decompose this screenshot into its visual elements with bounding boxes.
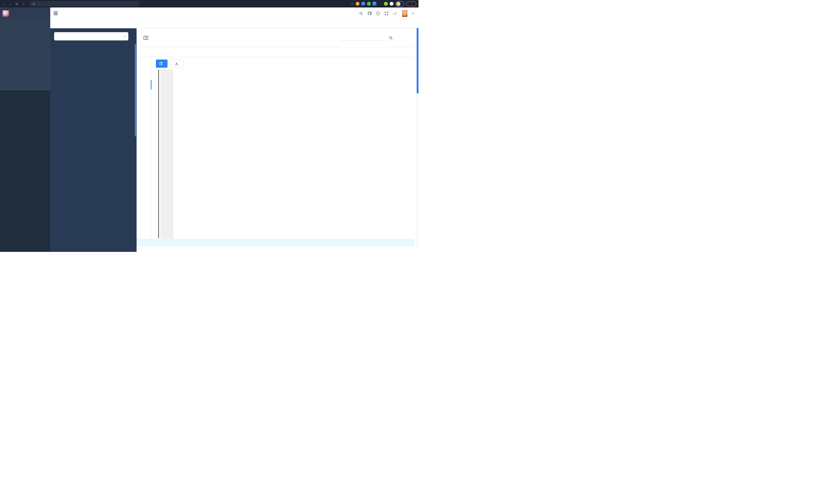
github-icon[interactable]	[368, 11, 372, 16]
svg-text:T: T	[395, 12, 397, 15]
app-logo	[3, 10, 9, 17]
editor-left-scrollbar[interactable]	[158, 70, 159, 238]
home-icon[interactable]: ⌂	[20, 2, 27, 6]
doc-toolbar	[151, 57, 414, 70]
scrollbar-thumb[interactable]	[417, 28, 418, 93]
profile-paused-button[interactable]	[395, 1, 404, 7]
font-size-icon[interactable]: TT	[393, 12, 398, 16]
extension-icon[interactable]	[390, 2, 393, 6]
browser-menu-icon[interactable]: ⋮	[410, 2, 414, 6]
doc-header	[137, 28, 416, 48]
fullscreen-icon[interactable]	[385, 11, 389, 16]
download-icon	[175, 62, 178, 65]
app-logo-header[interactable]	[0, 7, 50, 19]
admin-sidebar	[0, 7, 50, 252]
extension-icon[interactable]	[378, 2, 382, 6]
sidebar-scrollbar[interactable]	[135, 44, 136, 136]
line-number-gutter	[160, 70, 173, 239]
address-bar[interactable]: ⚠ |	[29, 1, 140, 6]
menu-fold-icon[interactable]	[143, 36, 148, 40]
extension-icon[interactable]	[367, 2, 371, 6]
screen: ← → ↻ ⌂ ⚠ | ☆ ⋮	[0, 0, 418, 252]
tags-view	[50, 19, 418, 28]
forward-icon[interactable]: →	[7, 2, 13, 6]
profile-avatar	[396, 2, 400, 6]
doc-search-icon[interactable]	[389, 36, 393, 40]
update-button[interactable]: ⋮	[406, 1, 416, 6]
copy-button[interactable]	[156, 59, 167, 68]
svg-text:T: T	[393, 13, 394, 15]
api-doc-sidebar	[50, 28, 137, 252]
browser-toolbar: ← → ↻ ⌂ ⚠ | ☆ ⋮	[0, 0, 418, 7]
user-avatar[interactable]	[402, 10, 407, 17]
extension-icon[interactable]	[361, 2, 365, 6]
copy-icon	[160, 62, 162, 65]
doc-tabs	[137, 48, 414, 57]
chevron-down-icon	[123, 35, 126, 37]
footer	[137, 239, 414, 246]
app-header: ? TT	[50, 7, 418, 19]
sidebar-collapse-icon[interactable]	[54, 12, 58, 15]
warning-icon: ⚠	[33, 2, 35, 5]
extension-icon[interactable]	[356, 2, 359, 6]
extension-icon[interactable]	[373, 2, 376, 6]
reload-icon[interactable]: ↻	[13, 2, 20, 6]
api-doc-main	[137, 28, 416, 252]
code-editor[interactable]	[151, 70, 414, 239]
extension-icon[interactable]	[384, 2, 388, 6]
code-content	[174, 70, 414, 239]
address-separator: |	[39, 2, 39, 6]
download-button[interactable]	[172, 59, 183, 68]
search-icon[interactable]	[359, 12, 363, 16]
doc-mini-sidebar	[137, 57, 151, 239]
back-icon[interactable]: ←	[0, 2, 7, 6]
group-select[interactable]	[54, 32, 128, 40]
doc-search-input[interactable]	[341, 35, 386, 41]
help-icon[interactable]: ?	[376, 11, 380, 16]
bookmark-star-icon[interactable]: ☆	[351, 2, 354, 6]
svg-text:?: ?	[377, 12, 379, 15]
caret-down-icon[interactable]	[412, 13, 414, 14]
